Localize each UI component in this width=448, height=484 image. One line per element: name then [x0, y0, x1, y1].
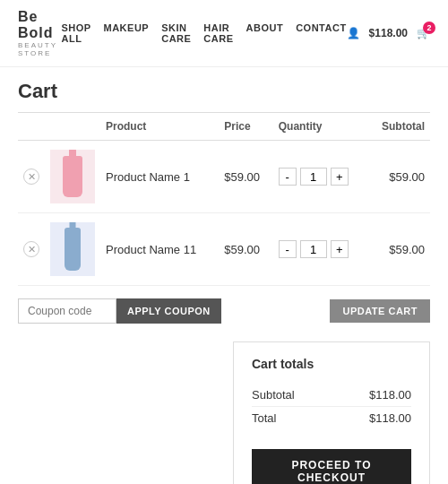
qty-increase-1[interactable]: +	[331, 168, 349, 186]
cart-section: Product Price Quantity Subtotal ✕ Produc…	[0, 112, 448, 324]
cart-badge: 2	[423, 22, 435, 34]
bottle-pink-icon	[63, 156, 82, 197]
nav-about[interactable]: ABOUT	[246, 22, 284, 44]
col-subtotal: Subtotal	[367, 113, 430, 141]
subtotal-row: Subtotal $118.00	[252, 384, 411, 407]
cart-total: $118.00	[369, 27, 408, 39]
logo-name: Be Bold	[18, 9, 62, 41]
qty-decrease-2[interactable]: -	[279, 240, 297, 258]
page-title: Cart	[18, 80, 430, 103]
cart-totals-box: Cart totals Subtotal $118.00 Total $118.…	[233, 341, 430, 484]
bottle-blue-icon	[65, 228, 81, 271]
logo: Be Bold Beauty Store	[18, 9, 62, 57]
remove-item-2-button[interactable]: ✕	[23, 241, 39, 257]
main-nav: SHOP ALL MAKEUP SKIN CARE HAIR CARE ABOU…	[62, 22, 347, 44]
product-price-2: $59.00	[224, 243, 260, 256]
col-price: Price	[219, 113, 272, 141]
product-thumbnail-1	[50, 150, 95, 203]
subtotal-value: $118.00	[369, 388, 411, 402]
nav-hair-care[interactable]: HAIR CARE	[203, 22, 233, 44]
checkout-button[interactable]: PROCEED TO CHECKOUT	[252, 449, 411, 484]
subtotal-1: $59.00	[367, 141, 430, 213]
qty-control-2: - +	[279, 240, 362, 258]
col-quantity: Quantity	[273, 113, 367, 141]
cart-totals-title: Cart totals	[252, 357, 411, 371]
qty-increase-2[interactable]: +	[331, 240, 349, 258]
table-row: ✕ Product Name 1 $59.00 -	[18, 141, 430, 213]
total-row: Total $118.00	[252, 407, 411, 429]
cart-icon-wrap[interactable]: 🛒 2	[417, 27, 430, 39]
qty-input-1[interactable]	[300, 168, 327, 186]
cart-totals-section: Cart totals Subtotal $118.00 Total $118.…	[0, 324, 448, 484]
logo-tagline: Beauty Store	[18, 41, 62, 57]
product-thumbnail-2	[50, 222, 95, 276]
nav-skin-care[interactable]: SKIN CARE	[161, 22, 191, 44]
update-cart-button[interactable]: UPDATE CART	[330, 299, 430, 323]
coupon-input[interactable]	[18, 298, 116, 324]
table-row: ✕ Product Name 11 $59.00 -	[18, 213, 430, 286]
nav-contact[interactable]: CONTACT	[296, 22, 346, 44]
coupon-area: APPLY COUPON	[18, 298, 221, 324]
cart-actions: APPLY COUPON UPDATE CART	[18, 298, 430, 324]
qty-input-2[interactable]	[300, 240, 327, 258]
product-name-1: Product Name 1	[106, 170, 190, 184]
header: Be Bold Beauty Store SHOP ALL MAKEUP SKI…	[0, 0, 448, 67]
qty-control-1: - +	[279, 168, 362, 186]
total-value: $118.00	[369, 411, 411, 425]
remove-item-1-button[interactable]: ✕	[23, 169, 39, 185]
nav-shop-all[interactable]: SHOP ALL	[62, 22, 91, 44]
subtotal-label: Subtotal	[252, 388, 295, 402]
product-price-1: $59.00	[224, 170, 260, 184]
product-name-2: Product Name 11	[106, 243, 196, 256]
subtotal-2: $59.00	[367, 213, 430, 286]
col-product: Product	[100, 113, 219, 141]
nav-makeup[interactable]: MAKEUP	[104, 22, 150, 44]
account-icon[interactable]: 👤	[347, 27, 360, 39]
total-label: Total	[252, 411, 276, 425]
qty-decrease-1[interactable]: -	[279, 168, 297, 186]
header-right: 👤 $118.00 🛒 2	[347, 27, 430, 39]
apply-coupon-button[interactable]: APPLY COUPON	[116, 298, 221, 324]
page-title-area: Cart	[0, 67, 448, 112]
cart-table: Product Price Quantity Subtotal ✕ Produc…	[18, 112, 430, 286]
